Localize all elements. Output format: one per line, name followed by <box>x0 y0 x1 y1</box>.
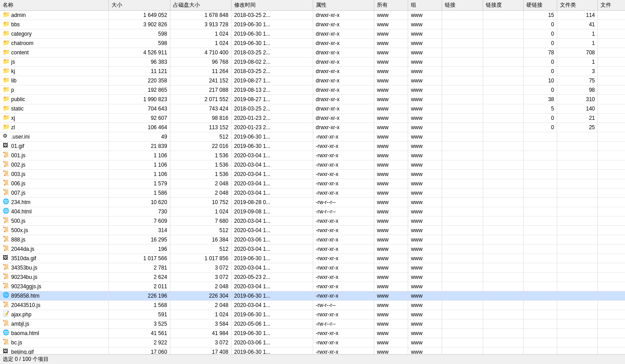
col-header-size[interactable]: 大小 <box>109 0 170 11</box>
table-row[interactable]: xj 92 607 98 816 2020-01-23 2... drwxr-x… <box>0 114 625 123</box>
file-name-label: bbs <box>11 21 20 28</box>
table-row[interactable]: 500.js 7 609 7 680 2020-03-04 1... -rwxr… <box>0 217 625 226</box>
file-name-cell[interactable]: 20443510.js <box>0 301 109 310</box>
file-name-cell[interactable]: 888.js <box>0 235 109 245</box>
file-name-cell[interactable]: bbs <box>0 20 109 29</box>
table-row[interactable]: static 704 643 743 424 2018-03-25 2... d… <box>0 104 625 114</box>
file-name-cell[interactable]: p <box>0 86 109 95</box>
file-name-cell[interactable]: 234.htm <box>0 198 109 207</box>
table-row[interactable]: baoma.html 41 561 41 984 2019-06-30 1...… <box>0 329 625 338</box>
file-name-cell[interactable]: 500.js <box>0 217 109 226</box>
file-name-cell[interactable]: 90234ggjs.js <box>0 282 109 291</box>
table-row[interactable]: 404.html 730 1 024 2019-09-08 1... -rw-r… <box>0 207 625 217</box>
file-name-cell[interactable]: 002.js <box>0 160 109 170</box>
file-name-cell[interactable]: js <box>0 57 109 67</box>
table-row[interactable]: zl 106 464 113 152 2020-01-23 2... drwxr… <box>0 123 625 132</box>
file-name-cell[interactable]: 2044da.js <box>0 245 109 254</box>
table-row[interactable]: chatroom 598 1 024 2019-06-30 1... drwxr… <box>0 39 625 48</box>
col-header-linkcount[interactable]: 链接度 <box>483 0 523 11</box>
table-row[interactable]: kj 11 121 11 264 2018-03-25 2... drwxr-x… <box>0 67 625 76</box>
file-filecount-cell <box>557 170 598 179</box>
file-name-cell[interactable]: 34353bu.js <box>0 263 109 273</box>
table-row[interactable]: 895858.htm 226 196 226 304 2019-06-30 1.… <box>0 291 625 301</box>
col-header-hardlinks[interactable]: 硬链接 <box>524 0 557 11</box>
file-name-cell[interactable]: 500x.js <box>0 226 109 235</box>
file-attr-cell: -rwxr-xr-x <box>313 170 374 179</box>
table-row[interactable]: ajax.php 591 1 024 2019-06-30 1... -rwxr… <box>0 310 625 319</box>
file-name-cell[interactable]: admin <box>0 11 109 20</box>
table-row[interactable]: js 96 383 96 768 2019-08-02 2... drwxr-x… <box>0 57 625 67</box>
file-name-cell[interactable]: 404.html <box>0 207 109 217</box>
table-row[interactable]: bbs 3 902 826 3 913 728 2019-06-30 1... … <box>0 20 625 29</box>
table-row[interactable]: 34353bu.js 2 781 3 072 2020-03-04 1... -… <box>0 263 625 273</box>
table-row[interactable]: 500x.js 314 512 2020-03-04 1... -rwxr-xr… <box>0 226 625 235</box>
col-header-filecount[interactable]: 文件类 <box>557 0 598 11</box>
file-size-cell: 2 624 <box>109 273 170 282</box>
table-row[interactable]: lib 220 358 241 152 2019-08-27 1... drwx… <box>0 76 625 86</box>
file-disksize-cell: 16 384 <box>170 235 231 245</box>
col-header-name[interactable]: 名称 <box>0 0 109 11</box>
table-row[interactable]: 002.js 1 106 1 536 2020-03-04 1... -rwxr… <box>0 160 625 170</box>
file-group-cell: www <box>408 95 442 104</box>
col-header-group[interactable]: 组 <box>408 0 442 11</box>
file-modified-cell: 2020-03-04 1... <box>231 263 313 273</box>
file-name-cell[interactable]: 90234bu.js <box>0 273 109 282</box>
file-attr-cell: drwxr-xr-x <box>313 76 374 86</box>
file-name-cell[interactable]: 01.gif <box>0 142 109 151</box>
table-row[interactable]: 888.js 16 295 16 384 2020-03-06 1... -rw… <box>0 235 625 245</box>
table-row[interactable]: bc.js 2 922 3 072 2020-03-06 1... -rwxr-… <box>0 338 625 348</box>
table-row[interactable]: admin 1 649 052 1 678 848 2018-03-25 2..… <box>0 11 625 20</box>
file-name-cell[interactable]: 001.js <box>0 151 109 160</box>
file-disksize-cell: 3 072 <box>170 263 231 273</box>
col-header-modified[interactable]: 修改时间 <box>231 0 313 11</box>
table-row[interactable]: content 4 526 911 4 710 400 2018-03-25 2… <box>0 48 625 57</box>
table-row[interactable]: 3510da.gif 1 017 566 1 017 856 2019-06-3… <box>0 254 625 263</box>
file-disksize-cell: 3 072 <box>170 273 231 282</box>
file-name-cell[interactable]: content <box>0 48 109 57</box>
table-row[interactable]: 234.htm 10 620 10 752 2019-08-28 0... -r… <box>0 198 625 207</box>
js-icon <box>3 236 10 243</box>
file-name-cell[interactable]: 3510da.gif <box>0 254 109 263</box>
table-row[interactable]: 20443510.js 1 568 2 048 2020-03-04 1... … <box>0 301 625 310</box>
file-dircount-cell <box>598 11 625 20</box>
table-row[interactable]: 007.js 1 586 2 048 2020-03-04 1... -rwxr… <box>0 188 625 198</box>
table-row[interactable]: public 1 990 823 2 071 552 2019-08-27 1.… <box>0 95 625 104</box>
col-header-owner[interactable]: 所有 <box>374 0 408 11</box>
file-name-cell[interactable]: zl <box>0 123 109 132</box>
file-name-cell[interactable]: category <box>0 29 109 39</box>
file-name-cell[interactable]: 003.js <box>0 170 109 179</box>
table-row[interactable]: 006.js 1 579 2 048 2020-03-04 1... -rwxr… <box>0 179 625 188</box>
file-name-cell[interactable]: ambjl.js <box>0 319 109 329</box>
col-header-attr[interactable]: 属性 <box>313 0 374 11</box>
file-name-cell[interactable]: chatroom <box>0 39 109 48</box>
table-row[interactable]: 90234ggjs.js 2 011 2 048 2020-03-04 1...… <box>0 282 625 291</box>
file-name-cell[interactable]: baoma.html <box>0 329 109 338</box>
col-header-disksize[interactable]: 占磁盘大小 <box>170 0 231 11</box>
file-name-cell[interactable]: lib <box>0 76 109 86</box>
file-name-cell[interactable]: ajax.php <box>0 310 109 319</box>
col-header-dircount[interactable]: 文件 <box>598 0 625 11</box>
col-header-link[interactable]: 链接 <box>442 0 483 11</box>
table-row[interactable]: category 598 1 024 2019-06-30 1... drwxr… <box>0 29 625 39</box>
table-row[interactable]: ambjl.js 3 525 3 584 2020-05-06 1... -rw… <box>0 319 625 329</box>
table-row[interactable]: 90234bu.js 2 624 3 072 2020-05-23 2... -… <box>0 273 625 282</box>
file-size-cell: 3 525 <box>109 319 170 329</box>
file-name-cell[interactable]: 895858.htm <box>0 291 109 301</box>
file-name-cell[interactable]: .user.ini <box>0 132 109 142</box>
file-name-cell[interactable]: kj <box>0 67 109 76</box>
table-row[interactable]: 01.gif 21 839 22 016 2019-06-30 1... -rw… <box>0 142 625 151</box>
table-row[interactable]: .user.ini 49 512 2019-06-30 1... -rwxr-x… <box>0 132 625 142</box>
file-owner-cell: www <box>374 291 408 301</box>
file-name-cell[interactable]: public <box>0 95 109 104</box>
js-icon <box>3 264 10 271</box>
file-name-cell[interactable]: 006.js <box>0 179 109 188</box>
file-name-cell[interactable]: xj <box>0 114 109 123</box>
table-row[interactable]: p 192 865 217 088 2019-08-13 2... drwxr-… <box>0 86 625 95</box>
file-name-cell[interactable]: bc.js <box>0 338 109 348</box>
file-name-cell[interactable]: static <box>0 104 109 114</box>
table-row[interactable]: 001.js 1 106 1 536 2020-03-04 1... -rwxr… <box>0 151 625 160</box>
file-attr-cell: -rwxr-xr-x <box>313 226 374 235</box>
file-name-cell[interactable]: 007.js <box>0 188 109 198</box>
table-row[interactable]: 2044da.js 196 512 2020-03-04 1... -rwxr-… <box>0 245 625 254</box>
table-row[interactable]: 003.js 1 106 1 536 2020-03-04 1... -rwxr… <box>0 170 625 179</box>
